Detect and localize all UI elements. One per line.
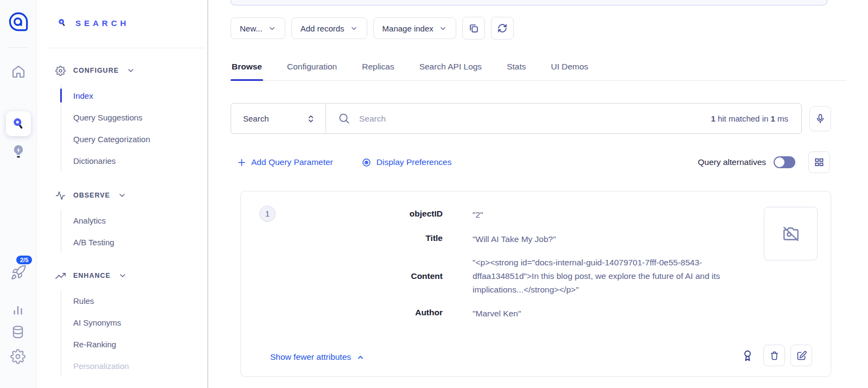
- bar-chart-icon[interactable]: [10, 302, 27, 319]
- tab-search-api-logs[interactable]: Search API Logs: [418, 58, 483, 80]
- tab-browse[interactable]: Browse: [231, 58, 263, 80]
- attribute-value: "Will AI Take My Job?": [473, 232, 556, 246]
- search-icon: [338, 112, 350, 125]
- search-mode-select[interactable]: Search: [231, 104, 326, 133]
- award-ribbon-icon[interactable]: [741, 348, 755, 362]
- attribute-name: objectID: [241, 208, 443, 219]
- refresh-icon: [496, 22, 508, 34]
- trending-up-icon: [55, 271, 66, 281]
- sidebar-item-ai-synonyms[interactable]: AI Synonyms: [61, 311, 207, 333]
- trash-icon: [769, 350, 780, 361]
- section-configure-label: CONFIGURE: [73, 67, 119, 74]
- display-preferences-link[interactable]: Display Preferences: [361, 157, 452, 168]
- query-alternatives-toggle[interactable]: [774, 156, 795, 168]
- result-actions: [741, 345, 812, 366]
- sidebar-item-query-suggestions[interactable]: Query Suggestions: [61, 106, 207, 128]
- index-selector-cutoff: [231, 0, 827, 5]
- voice-search-button[interactable]: [809, 106, 831, 131]
- sidebar-header: SEARCH: [37, 0, 207, 48]
- sidebar-item-personalization[interactable]: Personalization: [61, 355, 207, 377]
- chevron-down-icon: [439, 24, 447, 33]
- search-input-area: 1 hit matched in 1 ms: [326, 104, 801, 133]
- database-icon[interactable]: [10, 325, 27, 341]
- sidebar-item-query-categorization[interactable]: Query Categorization: [61, 128, 207, 150]
- observe-items: Analytics A/B Testing: [61, 209, 207, 253]
- tab-replicas[interactable]: Replicas: [361, 58, 395, 80]
- query-controls-row: Add Query Parameter Display Preferences …: [237, 151, 830, 173]
- manage-index-button[interactable]: Manage index: [373, 17, 456, 39]
- edit-pencil-icon: [796, 350, 807, 361]
- section-configure[interactable]: CONFIGURE: [37, 61, 207, 80]
- display-preferences-label: Display Preferences: [376, 157, 452, 167]
- settings-gear-icon[interactable]: [10, 349, 27, 365]
- rocket-icon[interactable]: [10, 264, 27, 281]
- tab-stats[interactable]: Stats: [506, 58, 527, 80]
- toggle-knob: [775, 157, 784, 167]
- activity-icon: [55, 190, 66, 201]
- chevron-down-icon: [118, 191, 126, 200]
- attribute-value: "<p><strong id="docs-internal-guid-14079…: [473, 256, 768, 296]
- section-observe[interactable]: OBSERVE: [37, 186, 207, 205]
- add-query-parameter-link[interactable]: Add Query Parameter: [237, 157, 333, 167]
- sidebar: SEARCH CONFIGURE Index Query Suggestions…: [37, 0, 208, 388]
- gear-icon: [55, 66, 66, 76]
- attribute-value: "2": [473, 208, 483, 221]
- sidebar-item-index[interactable]: Index: [61, 85, 207, 106]
- show-fewer-attributes-link[interactable]: Show fewer attributes: [270, 352, 365, 362]
- attribute-name: Title: [241, 232, 443, 244]
- query-alternatives-label: Query alternatives: [698, 157, 766, 167]
- search-mode-label: Search: [243, 114, 269, 123]
- add-records-label: Add records: [301, 24, 344, 33]
- search-icon: [11, 116, 26, 131]
- tab-configuration[interactable]: Configuration: [286, 58, 338, 80]
- camera-off-icon: [781, 224, 801, 244]
- sort-chevrons-icon: [305, 113, 316, 124]
- usage-badge: 2/5: [16, 256, 32, 264]
- configure-items: Index Query Suggestions Query Categoriza…: [61, 85, 207, 171]
- sidebar-item-re-ranking[interactable]: Re-Ranking: [61, 333, 207, 355]
- chevron-down-icon: [118, 271, 127, 280]
- search-input[interactable]: [359, 114, 711, 124]
- microphone-icon: [815, 113, 826, 124]
- chevron-down-icon: [126, 66, 135, 75]
- attribute-name: Author: [241, 307, 443, 318]
- enhance-items: Rules AI Synonyms Re-Ranking Personaliza…: [61, 290, 207, 377]
- rail-divider: [8, 47, 29, 48]
- search-product-icon: [56, 17, 68, 29]
- product-title: SEARCH: [75, 18, 129, 28]
- plus-icon: [237, 158, 246, 167]
- sidebar-item-dictionaries[interactable]: Dictionaries: [61, 150, 207, 171]
- chevron-down-icon: [350, 24, 358, 33]
- attribute-row-title: Title "Will AI Take My Job?": [241, 232, 556, 246]
- copy-index-button[interactable]: [462, 17, 485, 40]
- new-button[interactable]: New...: [231, 17, 285, 39]
- sidebar-item-analytics[interactable]: Analytics: [61, 209, 207, 231]
- refresh-button[interactable]: [491, 17, 514, 40]
- sidebar-item-rules[interactable]: Rules: [61, 290, 207, 311]
- tab-ui-demos[interactable]: UI Demos: [550, 58, 589, 80]
- add-records-button[interactable]: Add records: [291, 17, 367, 39]
- index-toolbar: New... Add records Manage index: [231, 17, 514, 40]
- attribute-name: Content: [241, 270, 443, 282]
- section-enhance[interactable]: ENHANCE: [37, 266, 207, 285]
- delete-record-button[interactable]: [763, 345, 785, 366]
- section-enhance-label: ENHANCE: [73, 272, 111, 279]
- attribute-row-author: Author "Marvel Ken": [241, 307, 521, 320]
- lightbulb-icon[interactable]: [10, 143, 26, 159]
- section-observe-label: OBSERVE: [73, 192, 110, 199]
- query-alternatives-cluster: Query alternatives: [698, 151, 830, 173]
- eye-icon: [361, 157, 372, 168]
- search-bar: Search 1 hit matched in 1 ms: [231, 103, 802, 134]
- app-rail: 2/5: [0, 0, 37, 388]
- sidebar-item-ab-testing[interactable]: A/B Testing: [61, 231, 207, 253]
- home-icon[interactable]: [10, 63, 27, 80]
- attribute-row-objectid: objectID "2": [241, 208, 483, 221]
- attribute-value: "Marvel Ken": [473, 307, 521, 320]
- rail-search-active[interactable]: [6, 111, 31, 136]
- manage-index-label: Manage index: [382, 24, 433, 33]
- algolia-logo-icon[interactable]: [8, 11, 29, 33]
- layout-grid-button[interactable]: [808, 151, 830, 173]
- attribute-row-content: Content "<p><strong id="docs-internal-gu…: [241, 256, 768, 296]
- chevron-up-icon: [356, 353, 365, 361]
- edit-record-button[interactable]: [790, 345, 812, 366]
